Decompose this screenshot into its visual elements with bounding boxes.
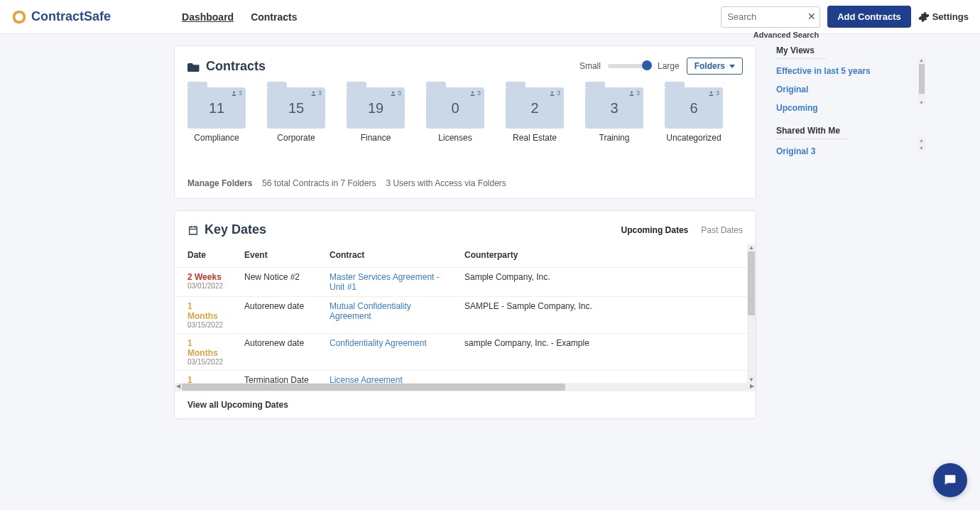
keydates-title-text: Key Dates [205,222,266,237]
my-view-link[interactable]: Effective in last 5 years [776,66,925,76]
contracts-card: Contracts Small Large Folders 311Complia… [174,45,756,199]
clear-search-icon[interactable]: ✕ [807,11,816,22]
folder-item[interactable]: 319Finance [347,87,405,143]
date-delta: 1 Months [187,301,224,321]
slider-thumb[interactable] [642,60,652,70]
scroll-arrow-up-icon[interactable]: ▲ [919,138,924,143]
keydates-table: Date Event Contract Counterparty 2 Weeks… [175,244,756,383]
folder-item[interactable]: 315Corporate [267,87,325,143]
shared-section: Shared With Me Original 3 ▲ ▼ [776,126,925,156]
contract-link[interactable]: Mutual Confidentiality Agreement [330,301,411,321]
gear-icon [918,11,930,23]
scrollbar-thumb[interactable] [919,64,925,94]
folder-count: 19 [368,100,383,116]
my-view-link[interactable]: Upcoming [776,103,925,113]
nav-contracts[interactable]: Contracts [251,11,297,23]
keydates-scrollbar-v[interactable]: ▲ ▼ [747,244,756,383]
settings-button[interactable]: Settings [918,11,969,23]
scrollbar-thumb-h[interactable] [182,384,565,391]
folder-share-count: 3 [469,89,481,97]
add-contracts-button[interactable]: Add Contracts [827,6,911,28]
folder-label: Training [599,133,630,143]
settings-label: Settings [932,11,969,22]
contracts-access-text: 3 Users with Access via Folders [386,178,506,188]
date-delta: 1 Months [187,338,224,358]
folders-grid: 311Compliance315Corporate319Finance30Lic… [175,80,756,150]
folder-solid-icon [187,61,200,72]
my-views-scrollbar[interactable]: ▲ ▼ [918,58,925,104]
keydates-scrollbar-h[interactable]: ◀ ▶ [175,383,756,391]
folder-count: 3 [610,100,618,116]
folder-label: Finance [361,133,391,143]
chat-icon [942,472,958,488]
folder-share-count: 3 [390,89,401,97]
calendar-icon [187,224,199,236]
col-event: Event [232,244,317,268]
folder-item[interactable]: 30Licenses [426,87,484,143]
event-cell: Autorenew date [232,334,317,371]
date-value: 03/15/2022 [187,358,224,366]
counterparty-cell: sample Company, Inc. - Example [452,334,756,371]
counterparty-cell [452,371,756,384]
shared-view-link[interactable]: Original 3 [776,146,925,156]
view-all-upcoming-link[interactable]: View all Upcoming Dates [175,391,756,418]
folder-body: 33 [585,87,643,129]
top-header: ContractSafe Dashboard Contracts ✕ Advan… [0,0,980,34]
scroll-arrow-down-icon[interactable]: ▼ [748,376,754,383]
search-wrap: ✕ Advanced Search [721,6,820,28]
contract-link[interactable]: Master Services Agreement - Unit #1 [330,272,440,292]
counterparty-cell: SAMPLE - Sample Company, Inc. [452,297,756,334]
logo[interactable]: ContractSafe [11,9,111,25]
contracts-total-text: 56 total Contracts in 7 Folders [262,178,376,188]
folder-body: 36 [665,87,723,129]
logo-text: ContractSafe [31,9,111,24]
scroll-arrow-right-icon[interactable]: ▶ [750,383,754,389]
tab-upcoming[interactable]: Upcoming Dates [621,225,689,235]
folder-size-slider[interactable] [608,64,650,68]
contracts-header-right: Small Large Folders [579,58,743,75]
event-cell: New Notice #2 [232,268,317,297]
my-views-list: Effective in last 5 yearsOriginalUpcomin… [776,66,925,113]
scroll-arrow-down-icon[interactable]: ▼ [919,146,924,151]
contract-link[interactable]: Confidentiality Agreement [330,338,427,348]
date-delta: 2 Weeks [187,272,224,282]
scrollbar-thumb-v[interactable] [748,251,755,315]
folders-dropdown-button[interactable]: Folders [687,58,743,75]
scroll-arrow-up-icon[interactable]: ▲ [748,244,754,251]
search-input[interactable] [721,6,820,28]
my-views-title: My Views [776,45,826,59]
logo-icon [11,9,27,25]
shared-scrollbar[interactable]: ▲ ▼ [918,139,925,150]
main-content: Contracts Small Large Folders 311Complia… [0,34,980,430]
manage-folders-link[interactable]: Manage Folders [187,178,252,188]
folder-share-count: 3 [310,89,322,97]
folder-item[interactable]: 311Compliance [187,87,246,143]
keydates-title: Key Dates [187,222,266,237]
scroll-arrow-left-icon[interactable]: ◀ [176,383,180,389]
keydates-row: 2 Weeks03/01/2022New Notice #2Master Ser… [175,268,756,297]
my-view-link[interactable]: Original [776,85,925,94]
right-column: My Views Effective in last 5 yearsOrigin… [776,45,925,430]
scroll-arrow-down-icon[interactable]: ▼ [919,100,924,105]
folder-body: 30 [426,87,484,129]
folder-item[interactable]: 36Uncategorized [665,87,723,143]
keydates-row: 1 Months03/15/2022Autorenew dateMutual C… [175,297,756,334]
folder-count: 11 [209,100,224,116]
key-dates-card: Key Dates Upcoming Dates Past Dates Date… [174,210,756,419]
keydates-row: 1 Months03/15/2022Termination DateLicens… [175,371,756,384]
folder-item[interactable]: 32Real Estate [506,87,564,143]
advanced-search-link[interactable]: Advanced Search [753,31,819,39]
folder-count: 0 [451,100,459,116]
keydates-row: 1 Months03/15/2022Autorenew dateConfiden… [175,334,756,371]
date-value: 03/01/2022 [187,282,224,290]
scroll-arrow-up-icon[interactable]: ▲ [919,58,924,63]
nav-dashboard[interactable]: Dashboard [182,11,234,23]
folder-label: Corporate [277,133,315,143]
contracts-title-text: Contracts [206,59,266,74]
contract-link[interactable]: License Agreement [330,375,403,383]
my-views-section: My Views Effective in last 5 yearsOrigin… [776,45,925,113]
contracts-footer: Manage Folders 56 total Contracts in 7 F… [175,150,756,198]
tab-past[interactable]: Past Dates [701,225,743,235]
folder-item[interactable]: 33Training [585,87,643,143]
chat-bubble-button[interactable] [933,463,967,497]
